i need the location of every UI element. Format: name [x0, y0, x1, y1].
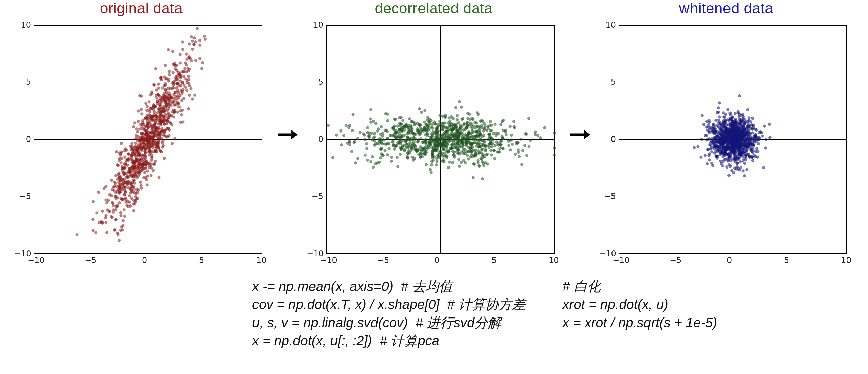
svg-point-1137	[388, 147, 390, 150]
svg-point-58	[179, 62, 181, 64]
code-row: x -= np.mean(x, axis=0) # 去均值 cov = np.d…	[0, 270, 868, 350]
svg-point-640	[191, 48, 194, 51]
svg-point-1421	[499, 123, 502, 126]
svg-point-1774	[441, 160, 444, 163]
svg-point-162	[120, 162, 122, 165]
svg-point-751	[124, 197, 126, 199]
svg-point-681	[135, 128, 138, 131]
svg-point-1815	[527, 117, 530, 120]
svg-point-1862	[391, 126, 394, 129]
svg-point-1216	[423, 121, 426, 123]
plot-title-original: original data	[100, 0, 183, 17]
svg-point-2838	[708, 121, 711, 124]
svg-point-133	[204, 38, 207, 40]
svg-point-1739	[377, 128, 380, 131]
svg-point-1934	[419, 130, 422, 133]
svg-point-1910	[478, 134, 481, 137]
svg-point-1667	[464, 133, 467, 136]
svg-point-643	[172, 71, 175, 74]
svg-point-2539	[701, 114, 703, 117]
svg-point-1211	[368, 132, 370, 134]
svg-point-728	[95, 231, 97, 234]
svg-point-870	[185, 78, 187, 80]
svg-point-1487	[475, 122, 478, 124]
svg-point-1822	[395, 131, 398, 134]
svg-point-635	[148, 100, 150, 103]
svg-point-995	[145, 143, 148, 145]
svg-point-1920	[380, 125, 382, 128]
svg-point-1441	[520, 138, 522, 140]
svg-point-1544	[426, 116, 429, 119]
svg-point-894	[181, 92, 183, 94]
svg-point-966	[123, 173, 126, 175]
svg-point-656	[165, 77, 168, 80]
svg-point-1348	[363, 138, 366, 141]
svg-point-2985	[755, 135, 757, 138]
svg-point-273	[162, 140, 164, 142]
svg-point-934	[203, 35, 206, 37]
svg-point-940	[127, 175, 129, 178]
svg-point-44	[194, 41, 197, 44]
svg-point-1708	[478, 152, 481, 154]
svg-point-1880	[407, 157, 409, 160]
svg-point-1542	[449, 123, 452, 126]
svg-point-2701	[706, 163, 708, 165]
svg-point-1056	[472, 176, 474, 179]
svg-point-2973	[758, 138, 761, 140]
svg-point-2791	[765, 138, 768, 141]
svg-point-839	[121, 167, 124, 170]
svg-point-903	[129, 191, 132, 194]
svg-point-867	[136, 197, 139, 199]
svg-point-818	[134, 152, 136, 155]
svg-point-1950	[403, 148, 406, 151]
svg-point-761	[190, 87, 192, 90]
svg-point-924	[137, 166, 140, 169]
svg-point-1925	[431, 155, 434, 157]
svg-point-642	[175, 75, 178, 78]
svg-point-952	[129, 204, 132, 207]
svg-point-1881	[438, 156, 441, 159]
svg-point-946	[157, 128, 160, 131]
svg-point-1727	[513, 127, 516, 130]
svg-point-1823	[446, 142, 449, 145]
svg-point-1106	[467, 158, 469, 161]
svg-point-848	[182, 70, 185, 73]
svg-point-1965	[465, 143, 467, 146]
svg-point-1906	[457, 121, 460, 124]
svg-point-2975	[739, 141, 741, 144]
svg-point-2968	[739, 144, 742, 146]
svg-point-758	[153, 126, 156, 128]
svg-point-1731	[484, 144, 487, 147]
svg-point-1279	[393, 148, 396, 150]
svg-point-632	[182, 75, 185, 78]
svg-point-1089	[510, 134, 513, 137]
scatter-points	[10, 18, 272, 270]
svg-point-1819	[490, 139, 492, 142]
svg-point-1558	[453, 151, 456, 154]
svg-point-1958	[367, 135, 370, 138]
svg-point-757	[157, 93, 159, 96]
svg-point-823	[154, 160, 157, 163]
svg-point-2881	[744, 152, 747, 155]
svg-point-1915	[442, 139, 445, 141]
svg-point-1734	[509, 149, 512, 151]
svg-point-1593	[398, 116, 401, 119]
svg-point-1703	[407, 152, 410, 155]
svg-point-1976	[461, 141, 463, 144]
svg-point-2939	[718, 121, 721, 124]
svg-point-1258	[430, 164, 433, 166]
svg-point-1119	[457, 158, 460, 161]
svg-point-1286	[364, 154, 366, 156]
svg-point-1086	[493, 157, 496, 160]
svg-point-2487	[712, 123, 715, 125]
svg-point-2295	[722, 112, 724, 114]
svg-point-1521	[352, 113, 354, 116]
scatter-points	[303, 18, 565, 270]
svg-point-1038	[335, 134, 338, 136]
svg-point-199	[190, 59, 193, 62]
svg-point-1403	[351, 129, 354, 132]
svg-point-1439	[386, 153, 389, 156]
svg-point-2705	[731, 152, 734, 154]
svg-point-1944	[436, 128, 439, 131]
svg-point-1757	[389, 134, 391, 137]
